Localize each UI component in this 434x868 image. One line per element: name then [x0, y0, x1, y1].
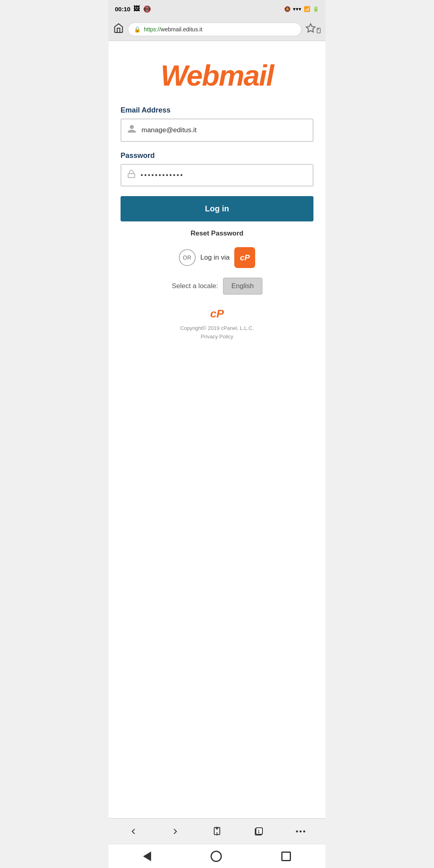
home-button[interactable] [113, 23, 124, 36]
tabs-button[interactable]: 1 [250, 823, 268, 840]
wifi-icon: ▾▾▾ [293, 6, 301, 12]
reset-password-link[interactable]: Reset Password [121, 229, 313, 237]
or-badge: OR [179, 249, 196, 266]
signal-icon: 📶 [304, 6, 310, 12]
password-label: Password [121, 151, 313, 160]
email-input-wrapper [121, 119, 313, 142]
url-text: https://webmail.editus.it [144, 26, 203, 33]
footer-text: Copyright© 2019 cPanel, L.L.C. Privacy P… [121, 324, 313, 341]
status-time: 00:10 [115, 6, 130, 12]
screenshot-icon: 🖼 [133, 5, 140, 12]
more-button[interactable] [292, 823, 309, 840]
webmail-logo: Webmail [161, 61, 274, 90]
call-icon: 📵 [143, 5, 151, 13]
footer-cpanel-logo: cP [121, 307, 313, 320]
locale-label: Select a locale: [172, 282, 218, 290]
copyright-text: Copyright© 2019 cPanel, L.L.C. [121, 324, 313, 333]
svg-point-10 [300, 830, 302, 832]
lock-icon: 🔒 [134, 26, 141, 33]
svg-point-9 [296, 830, 298, 832]
privacy-policy-link[interactable]: Privacy Policy [201, 334, 233, 340]
login-via-text: Log in via [201, 254, 230, 262]
svg-point-11 [303, 830, 305, 832]
login-button[interactable]: Log in [121, 196, 313, 221]
android-back-button[interactable] [143, 852, 151, 861]
main-content: Webmail Email Address Password L [108, 41, 326, 818]
android-system-bar [108, 844, 326, 868]
svg-rect-3 [128, 174, 135, 178]
favorites-button[interactable] [305, 23, 321, 36]
android-recents-button[interactable] [281, 852, 291, 861]
password-field[interactable] [141, 171, 307, 179]
login-form: Email Address Password Log in Reset Pas [121, 106, 313, 341]
locale-row: Select a locale: English [121, 278, 313, 295]
email-label: Email Address [121, 106, 313, 115]
user-icon [127, 124, 137, 136]
share-button[interactable] [208, 823, 226, 840]
bottom-nav: 1 [108, 818, 326, 844]
browser-bar: 🔒 https://webmail.editus.it [108, 18, 326, 41]
cpanel-login-button[interactable]: cP [234, 247, 255, 268]
android-home-button[interactable] [211, 851, 222, 862]
back-button[interactable] [125, 823, 142, 840]
locale-button[interactable]: English [223, 278, 262, 295]
url-bar[interactable]: 🔒 https://webmail.editus.it [128, 23, 301, 36]
bell-muted-icon: 🔕 [284, 6, 291, 12]
password-input-wrapper [121, 164, 313, 186]
or-login-row: OR Log in via cP [121, 247, 313, 268]
forward-button[interactable] [166, 823, 184, 840]
svg-marker-0 [306, 24, 315, 32]
status-bar: 00:10 🖼 📵 🔕 ▾▾▾ 📶 🔋 [108, 0, 326, 18]
email-field[interactable] [141, 126, 307, 134]
lock-field-icon [127, 170, 136, 181]
svg-rect-1 [317, 28, 320, 33]
battery-icon: 🔋 [313, 6, 319, 12]
